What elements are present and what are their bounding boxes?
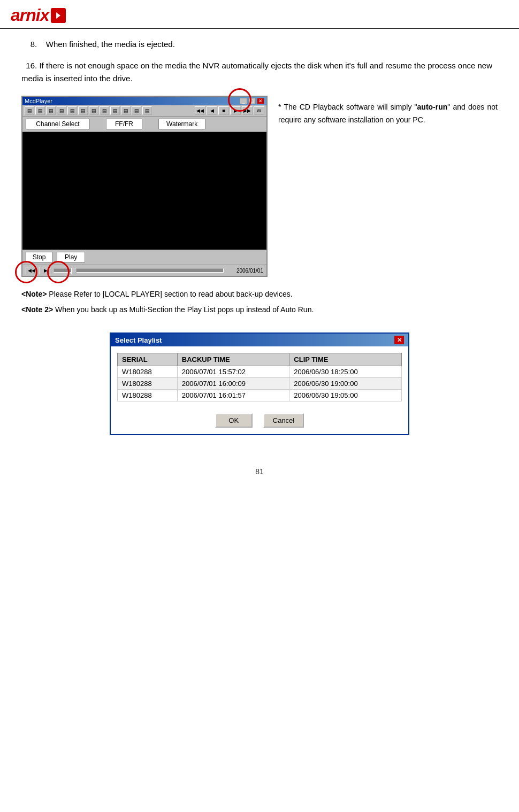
col-serial: SERIAL — [118, 353, 178, 366]
dialog-window: Select Playlist ✕ SERIAL BACKUP TIME CLI… — [110, 332, 409, 435]
close-button[interactable]: ✕ — [257, 98, 264, 104]
player-bottom-labels: Stop Play — [22, 250, 266, 265]
player-video-area — [22, 132, 266, 250]
ctrl-stop-btn[interactable]: ■ — [218, 106, 229, 115]
minimize-button[interactable]: _ — [240, 98, 247, 104]
seekbar-track[interactable] — [54, 268, 224, 273]
step-16: 16. If there is not enough space on the … — [21, 59, 498, 85]
table-cell: 2006/07/01 16:00:09 — [177, 378, 289, 390]
player-window: McdPlayer _ □ ✕ ▤ ▤ ▤ ▤ ▤ ▤ ▤ ▤ — [21, 96, 268, 277]
ctrl-ff-btn[interactable]: ▶▶ — [242, 106, 253, 115]
note2-label: <Note 2> — [21, 305, 53, 314]
note-1: <Note> Please Refer to [LOCAL PLAYER] se… — [21, 288, 498, 301]
stop-label: Stop — [26, 252, 52, 262]
player-seekbar: ◀◀ ▶ 2006/01/01 — [22, 265, 266, 276]
table-cell: W180288 — [118, 378, 178, 390]
table-cell: W180288 — [118, 390, 178, 401]
col-clip-time: CLIP TIME — [289, 353, 402, 366]
page-number: 81 — [0, 467, 519, 476]
dialog-footer: OK Cancel — [111, 408, 408, 434]
note1-label: <Note> — [21, 290, 47, 298]
logo-icon — [51, 8, 66, 23]
table-cell: 2006/06/30 19:05:00 — [289, 390, 402, 401]
step-8-text: When finished, the media is ejected. — [46, 40, 175, 49]
logo: arnix — [11, 5, 66, 25]
playlist-table: SERIAL BACKUP TIME CLIP TIME W1802882006… — [117, 353, 402, 401]
notes-section: <Note> Please Refer to [LOCAL PLAYER] se… — [21, 288, 498, 316]
toolbar-btn-10[interactable]: ▤ — [121, 106, 131, 115]
step-16-number: 16. — [26, 61, 37, 70]
fffr-label: FF/FR — [106, 119, 142, 129]
step-16-text: If there is not enough space on the medi… — [21, 61, 492, 83]
player-titlebar: McdPlayer _ □ ✕ — [22, 97, 266, 105]
toolbar-btn-2[interactable]: ▤ — [35, 106, 45, 115]
table-cell: 2006/06/30 18:25:00 — [289, 366, 402, 378]
header: arnix — [0, 0, 519, 29]
table-cell: 2006/06/30 19:00:00 — [289, 378, 402, 390]
auto-run-text: auto-run — [417, 103, 448, 111]
ctrl-prev-btn[interactable]: ◀ — [207, 106, 217, 115]
toolbar-btn-1[interactable]: ▤ — [25, 106, 34, 115]
dialog-title: Select Playlist — [115, 336, 162, 344]
watermark-label: Watermark — [158, 119, 205, 129]
side-text: * The CD Playback software will simply "… — [278, 96, 498, 127]
player-container: McdPlayer _ □ ✕ ▤ ▤ ▤ ▤ ▤ ▤ ▤ ▤ — [21, 96, 268, 277]
seekbar-thumb[interactable] — [71, 268, 77, 274]
table-cell: W180288 — [118, 366, 178, 378]
toolbar-btn-5[interactable]: ▤ — [67, 106, 77, 115]
toolbar-btn-8[interactable]: ▤ — [100, 106, 109, 115]
dialog-section: Select Playlist ✕ SERIAL BACKUP TIME CLI… — [21, 332, 498, 435]
main-row: McdPlayer _ □ ✕ ▤ ▤ ▤ ▤ ▤ ▤ ▤ ▤ — [21, 96, 498, 277]
dialog-close-button[interactable]: ✕ — [394, 336, 404, 344]
content-area: 8. When finished, the media is ejected. … — [0, 29, 519, 446]
note2-text: When you back up as Multi-Section the Pl… — [55, 305, 314, 314]
toolbar-btn-6[interactable]: ▤ — [78, 106, 88, 115]
step-8-number: 8. — [30, 40, 37, 49]
ok-button[interactable]: OK — [215, 413, 253, 428]
player-labels-row: Channel Select FF/FR Watermark — [22, 117, 266, 132]
maximize-button[interactable]: □ — [248, 98, 256, 104]
ctrl-rewind-btn[interactable]: ◀◀ — [195, 106, 205, 115]
seekbar-time: 2006/01/01 — [226, 268, 263, 274]
toolbar-btn-4[interactable]: ▤ — [57, 106, 66, 115]
player-title-buttons: _ □ ✕ — [240, 98, 264, 104]
note-2: <Note 2> When you back up as Multi-Secti… — [21, 303, 498, 316]
toolbar-btn-3[interactable]: ▤ — [46, 106, 56, 115]
side-note-symbol: * — [278, 103, 284, 111]
step-8: 8. When finished, the media is ejected. — [21, 40, 498, 49]
channel-select-label: Channel Select — [26, 119, 90, 129]
col-backup-time: BACKUP TIME — [177, 353, 289, 366]
ctrl-play-btn[interactable]: ▶ — [230, 106, 241, 115]
seekbar-play-btn[interactable]: ▶ — [40, 267, 51, 274]
table-cell: 2006/07/01 15:57:02 — [177, 366, 289, 378]
toolbar-btn-7[interactable]: ▤ — [89, 106, 98, 115]
note1-text: Please Refer to [LOCAL PLAYER] section t… — [49, 290, 292, 298]
ctrl-w-btn[interactable]: W — [254, 106, 264, 115]
toolbar-btn-9[interactable]: ▤ — [110, 106, 120, 115]
toolbar-btn-11[interactable]: ▤ — [132, 106, 141, 115]
player-toolbar: ▤ ▤ ▤ ▤ ▤ ▤ ▤ ▤ ▤ ▤ ▤ ▤ ◀◀ ◀ ■ — [22, 105, 266, 117]
logo-text: arnix — [11, 5, 49, 25]
play-label: Play — [57, 252, 85, 262]
table-row[interactable]: W1802882006/07/01 16:00:092006/06/30 19:… — [118, 378, 402, 390]
seekbar-prev-btn[interactable]: ◀◀ — [26, 267, 37, 274]
table-row[interactable]: W1802882006/07/01 16:01:572006/06/30 19:… — [118, 390, 402, 401]
cancel-button[interactable]: Cancel — [263, 413, 304, 428]
table-row[interactable]: W1802882006/07/01 15:57:022006/06/30 18:… — [118, 366, 402, 378]
dialog-titlebar: Select Playlist ✕ — [111, 334, 408, 346]
table-cell: 2006/07/01 16:01:57 — [177, 390, 289, 401]
player-title: McdPlayer — [25, 98, 52, 104]
toolbar-btn-12[interactable]: ▤ — [142, 106, 152, 115]
dialog-body: SERIAL BACKUP TIME CLIP TIME W1802882006… — [111, 346, 408, 408]
